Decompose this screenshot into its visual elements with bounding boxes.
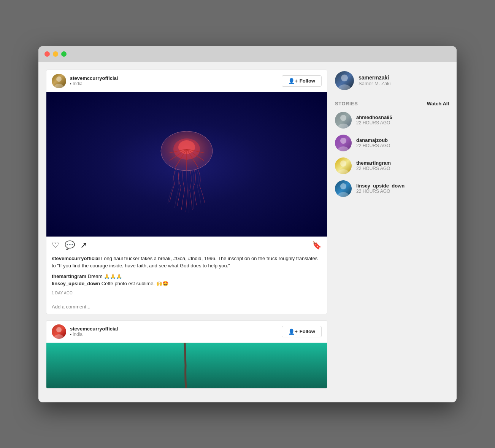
story-item-1[interactable]: ahmedhosna95 22 HOURS AGO	[335, 112, 449, 129]
post-user-2: stevemccurryofficial • India	[52, 324, 118, 339]
browser-window: stevemccurryofficial • India 👤+ Follow	[38, 46, 457, 402]
post-location-2: • India	[70, 332, 118, 337]
story-avatar-2	[335, 135, 352, 151]
story-time-1: 22 HOURS AGO	[356, 120, 392, 126]
svg-point-1	[54, 84, 64, 88]
sidebar-profile: samermzaki Samer M. Zaki	[335, 70, 449, 92]
svg-point-14	[54, 334, 64, 339]
post-location-1: • India	[70, 81, 118, 86]
comment-1: themartingram Dream 🙏🙏🙏	[52, 273, 322, 279]
browser-chrome	[38, 46, 457, 62]
svg-point-24	[338, 192, 349, 197]
post-header-1: stevemccurryofficial • India 👤+ Follow	[46, 70, 327, 92]
story-time-4: 22 HOURS AGO	[356, 189, 405, 194]
story-avatar-4	[335, 180, 352, 197]
main-feed: stevemccurryofficial • India 👤+ Follow	[46, 70, 327, 395]
watch-all-button[interactable]: Watch All	[427, 101, 449, 106]
svg-point-19	[340, 138, 346, 144]
user-info-1: stevemccurryofficial • India	[70, 75, 118, 86]
browser-content: stevemccurryofficial • India 👤+ Follow	[38, 62, 457, 402]
svg-point-23	[340, 183, 346, 189]
jellyfish-bg	[46, 92, 327, 237]
story-time-3: 22 HOURS AGO	[356, 166, 391, 171]
post-username-2[interactable]: stevemccurryofficial	[70, 326, 118, 332]
story-username-3[interactable]: themartingram	[356, 160, 391, 166]
close-button[interactable]	[44, 51, 50, 57]
post-user-1: stevemccurryofficial • India	[52, 74, 118, 88]
story-avatar-3	[335, 157, 352, 174]
sidebar: samermzaki Samer M. Zaki Stories Watch A…	[335, 70, 449, 203]
user-info-2: stevemccurryofficial • India	[70, 326, 118, 337]
story-avatar-1	[335, 112, 352, 129]
sidebar-username[interactable]: samermzaki	[359, 75, 391, 81]
caption-username-1[interactable]: stevemccurryofficial	[52, 256, 100, 261]
comment-icon-1[interactable]: 💬	[65, 240, 75, 250]
svg-point-0	[56, 76, 62, 82]
post-username-1[interactable]: stevemccurryofficial	[70, 75, 118, 81]
story-item-4[interactable]: linsey_upside_down 22 HOURS AGO	[335, 180, 449, 197]
svg-point-20	[338, 146, 349, 151]
avatar-post2	[52, 324, 66, 339]
svg-point-21	[340, 160, 346, 167]
post-card-1: stevemccurryofficial • India 👤+ Follow	[46, 70, 327, 314]
post-timestamp-1: 1 DAY AGO	[46, 291, 327, 299]
stories-label: Stories	[335, 101, 358, 106]
sidebar-profile-info: samermzaki Samer M. Zaki	[359, 75, 391, 86]
like-icon-1[interactable]: ♡	[52, 240, 59, 250]
story-time-2: 22 HOURS AGO	[356, 143, 390, 148]
comment-2: linsey_upside_down Cette photo est subli…	[52, 281, 322, 286]
story-item-3[interactable]: themartingram 22 HOURS AGO	[335, 157, 449, 174]
story-username-4[interactable]: linsey_upside_down	[356, 183, 405, 189]
follow-icon-2: 👤+	[288, 329, 298, 335]
story-info-2: danamajzoub 22 HOURS AGO	[356, 137, 390, 148]
comment-input-1[interactable]	[52, 304, 322, 310]
svg-point-16	[338, 84, 351, 90]
palm-bg	[46, 343, 327, 388]
follow-button-1[interactable]: 👤+ Follow	[282, 75, 322, 87]
post-actions-1: ♡ 💬 ↗ 🔖	[46, 237, 327, 253]
actions-left-1: ♡ 💬 ↗	[52, 240, 87, 250]
svg-point-18	[338, 124, 349, 129]
svg-point-13	[56, 327, 62, 332]
post-image-1	[46, 92, 327, 237]
sidebar-avatar	[335, 71, 354, 90]
story-info-1: ahmedhosna95 22 HOURS AGO	[356, 114, 392, 126]
share-icon-1[interactable]: ↗	[80, 240, 87, 250]
svg-point-22	[338, 169, 349, 174]
post-header-2: stevemccurryofficial • India 👤+ Follow	[46, 321, 327, 343]
avatar-post1	[52, 74, 66, 88]
minimize-button[interactable]	[53, 51, 58, 57]
svg-point-15	[341, 75, 348, 81]
add-comment-1	[46, 299, 327, 314]
comment-username-1[interactable]: themartingram	[52, 273, 86, 279]
story-username-2[interactable]: danamajzoub	[356, 137, 390, 143]
post-card-2: stevemccurryofficial • India 👤+ Follow	[46, 320, 327, 389]
story-info-3: themartingram 22 HOURS AGO	[356, 160, 391, 171]
follow-icon-1: 👤+	[288, 78, 298, 84]
post-caption-1: stevemccurryofficial Long haul trucker t…	[46, 253, 327, 273]
stories-section: Stories Watch All ahmedhosna95 22 HOURS …	[335, 101, 449, 197]
post-comments-1: themartingram Dream 🙏🙏🙏 linsey_upside_do…	[46, 273, 327, 291]
comment-username-2[interactable]: linsey_upside_down	[52, 281, 100, 286]
comment-text-2: Cette photo est sublime. 🙌🤩	[102, 281, 168, 286]
stories-header: Stories Watch All	[335, 101, 449, 106]
follow-button-2[interactable]: 👤+ Follow	[282, 326, 322, 337]
svg-point-17	[340, 115, 346, 121]
comment-text-1: Dream 🙏🙏🙏	[88, 273, 122, 279]
story-info-4: linsey_upside_down 22 HOURS AGO	[356, 183, 405, 194]
bookmark-icon-1[interactable]: 🔖	[312, 241, 322, 250]
maximize-button[interactable]	[61, 51, 67, 57]
story-username-1[interactable]: ahmedhosna95	[356, 114, 392, 120]
sidebar-display-name: Samer M. Zaki	[359, 81, 391, 86]
story-item-2[interactable]: danamajzoub 22 HOURS AGO	[335, 135, 449, 151]
post-image-2	[46, 343, 327, 388]
